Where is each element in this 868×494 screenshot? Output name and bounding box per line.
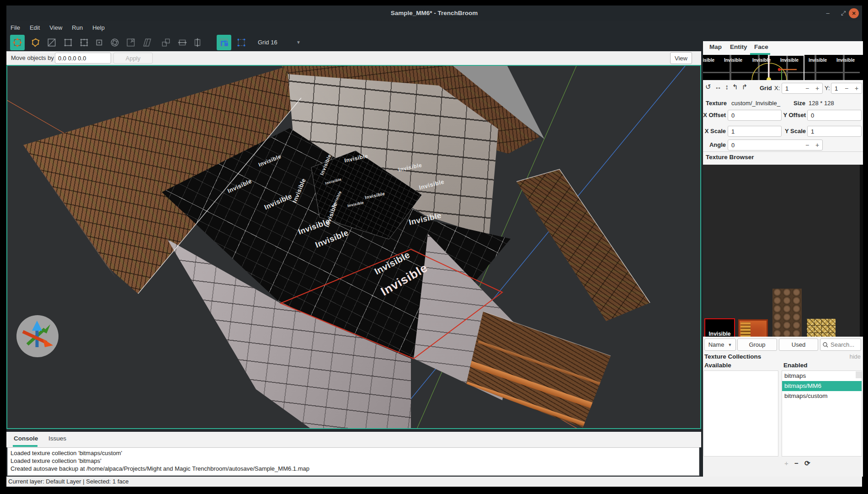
window-title: Sample_MM6* - TrenchBroom bbox=[6, 5, 862, 21]
texture-browser-grid[interactable]: Invisible _Invisible_ custom BANK MM6 BC… bbox=[703, 165, 863, 337]
add-collection-button[interactable]: + bbox=[784, 459, 788, 467]
increment-icon[interactable]: + bbox=[812, 141, 822, 149]
compass-x-axis bbox=[23, 332, 47, 343]
refresh-collections-button[interactable]: ⟳ bbox=[804, 459, 810, 467]
group-button[interactable]: Group bbox=[737, 338, 777, 351]
uv-rotation-handle[interactable] bbox=[767, 77, 771, 80]
rotate-left-icon[interactable]: ↰ bbox=[732, 83, 742, 91]
used-button[interactable]: Used bbox=[779, 338, 818, 351]
grid-x-label: X: bbox=[774, 85, 780, 91]
browser-scrollbar-gutter[interactable] bbox=[860, 165, 863, 337]
chevron-down-icon: ▼ bbox=[728, 343, 732, 347]
log-line: Created autosave backup at /home/alpaca/… bbox=[11, 465, 696, 473]
grid-y-field[interactable]: 1 − + bbox=[831, 83, 862, 94]
enabled-header: Enabled bbox=[783, 362, 808, 369]
menu-bar: File Edit View Run Help bbox=[6, 21, 862, 34]
tab-map[interactable]: Map bbox=[709, 41, 722, 53]
scale-tool-button[interactable] bbox=[123, 35, 138, 50]
move-objects-input[interactable] bbox=[55, 53, 111, 64]
maximize-button[interactable]: ⤢ bbox=[838, 8, 848, 18]
uv-origin-dot[interactable] bbox=[778, 68, 781, 71]
tab-entity[interactable]: Entity bbox=[730, 41, 747, 53]
clip-tool-button[interactable] bbox=[44, 35, 59, 50]
brush-tool-button[interactable] bbox=[28, 35, 43, 50]
decrement-icon[interactable]: − bbox=[802, 141, 812, 149]
console-log[interactable]: Loaded texture collection 'bitmaps/custo… bbox=[7, 447, 699, 476]
x-offset-label: X Offset bbox=[703, 112, 726, 118]
texture-browser-title: Texture Browser bbox=[706, 154, 754, 161]
x-scale-label: X Scale bbox=[703, 128, 726, 134]
flip-h-icon[interactable]: ↔ bbox=[715, 83, 725, 91]
chevron-down-icon[interactable]: ▼ bbox=[296, 34, 301, 51]
edge-tool-button[interactable] bbox=[92, 35, 107, 50]
uv-lock-button[interactable] bbox=[234, 35, 249, 50]
uv-reset-icons[interactable]: ↺↔↕↰↱ bbox=[705, 83, 751, 91]
texture-lock-button[interactable] bbox=[217, 35, 231, 50]
grid-x-field[interactable]: 1 − + bbox=[782, 83, 823, 94]
decrement-icon[interactable]: − bbox=[802, 85, 812, 92]
grid-label: Grid bbox=[760, 85, 772, 91]
texture-thumb-bcsrf[interactable] bbox=[807, 319, 836, 337]
size-label: Size bbox=[793, 100, 805, 107]
reset-icon[interactable]: ↺ bbox=[705, 83, 715, 91]
size-value: 128 * 128 bbox=[809, 100, 834, 107]
sort-dropdown[interactable]: Name ▼ bbox=[704, 338, 736, 351]
texture-search-field[interactable] bbox=[820, 338, 861, 351]
hide-link[interactable]: hide bbox=[849, 353, 861, 360]
list-item[interactable]: bitmaps/custom bbox=[782, 391, 862, 401]
menu-help[interactable]: Help bbox=[92, 24, 105, 31]
flip-v-icon[interactable]: ↕ bbox=[725, 83, 733, 91]
menu-run[interactable]: Run bbox=[72, 24, 83, 31]
console-tab-bar: Console Issues bbox=[6, 432, 701, 447]
y-scale-label: Y Scale bbox=[783, 128, 806, 134]
y-offset-field[interactable]: 0 bbox=[807, 110, 862, 121]
x-offset-field[interactable]: 0 bbox=[728, 110, 782, 121]
collections-action-bar: + − ⟳ bbox=[703, 456, 863, 477]
y-scale-field[interactable]: 1 bbox=[807, 126, 862, 137]
uv-strip-gutter bbox=[860, 55, 863, 80]
x-scale-field[interactable]: 1 bbox=[728, 126, 782, 137]
resize-tool-button[interactable] bbox=[61, 35, 75, 50]
uv-editor-strip[interactable]: InvisibleInvisibleInvisibleInvisibleInvi… bbox=[703, 55, 863, 80]
move-objects-label: Move objects by bbox=[11, 51, 54, 65]
decrement-icon[interactable]: − bbox=[841, 85, 852, 92]
rotate-right-icon[interactable]: ↱ bbox=[742, 83, 751, 91]
tab-issues[interactable]: Issues bbox=[48, 432, 66, 446]
increment-icon[interactable]: + bbox=[852, 85, 862, 92]
remove-collection-button[interactable]: − bbox=[794, 459, 799, 467]
shear-tool-button[interactable] bbox=[140, 35, 154, 50]
move-arrows-icon bbox=[12, 38, 22, 48]
enabled-collections-list[interactable]: bitmaps bitmaps/MM6 bitmaps/custom bbox=[782, 370, 862, 456]
log-line: Loaded texture collection 'bitmaps/custo… bbox=[11, 449, 696, 457]
flip-vertical-icon bbox=[192, 38, 202, 48]
apply-button[interactable]: Apply bbox=[113, 53, 153, 64]
minimize-button[interactable]: – bbox=[823, 8, 833, 18]
texture-thumb-bcsctr[interactable] bbox=[772, 289, 802, 337]
view-dropdown-button[interactable]: View bbox=[670, 52, 692, 64]
flip-horizontal-button[interactable] bbox=[175, 35, 190, 50]
y-offset-label: Y Offset bbox=[783, 112, 806, 118]
grid-size-dropdown[interactable]: Grid 16 bbox=[258, 34, 277, 51]
texture-thumb-bank[interactable] bbox=[738, 319, 768, 337]
menu-file[interactable]: File bbox=[11, 24, 20, 31]
rotate-tool-button[interactable] bbox=[107, 35, 122, 50]
vertex-tool-button[interactable] bbox=[77, 35, 91, 50]
tab-face[interactable]: Face bbox=[754, 41, 768, 53]
list-item-selected[interactable]: bitmaps/MM6 bbox=[782, 381, 862, 391]
list-item[interactable]: bitmaps bbox=[782, 371, 862, 381]
menu-edit[interactable]: Edit bbox=[30, 24, 40, 31]
angle-field[interactable]: 0 − + bbox=[728, 140, 823, 150]
titlebar[interactable]: Sample_MM6* - TrenchBroom – ⤢ ✕ bbox=[6, 5, 862, 21]
3d-viewport[interactable]: InvisibleInvisibleInvisibleInvisibleInvi… bbox=[6, 65, 701, 429]
available-collections-list[interactable] bbox=[703, 370, 778, 456]
scrollbar-thumb[interactable] bbox=[856, 371, 862, 378]
increment-icon[interactable]: + bbox=[812, 85, 822, 92]
close-button[interactable]: ✕ bbox=[849, 8, 859, 18]
menu-view[interactable]: View bbox=[49, 24, 62, 31]
texture-thumb-invisible[interactable]: Invisible bbox=[704, 318, 735, 337]
flip-vertical-button[interactable] bbox=[190, 35, 205, 50]
selection-tool-button[interactable] bbox=[10, 35, 25, 50]
csg-tool-button[interactable] bbox=[159, 35, 173, 50]
grid-y-label: Y: bbox=[825, 85, 830, 91]
tab-console[interactable]: Console bbox=[14, 432, 38, 446]
